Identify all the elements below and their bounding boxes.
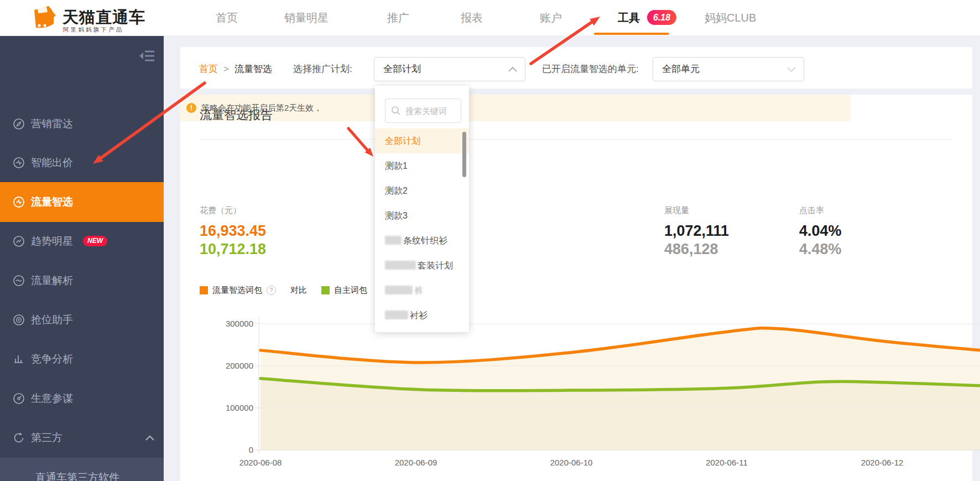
dropdown-scrollbar-thumb[interactable] bbox=[462, 132, 466, 177]
pulse-icon bbox=[12, 156, 25, 169]
breadcrumb-home-link[interactable]: 首页 bbox=[199, 63, 218, 75]
stat-value-compare: 4.48% bbox=[799, 240, 842, 258]
dropdown-option-censored[interactable]: 条纹针织衫 bbox=[375, 228, 469, 253]
unit-select[interactable]: 全部单元 bbox=[653, 57, 804, 81]
target-icon bbox=[12, 313, 25, 327]
sidebar-item-label: 竞争分析 bbox=[31, 348, 73, 370]
censored-text-block bbox=[385, 311, 408, 319]
sidebar-item-label: 营销雷达 bbox=[31, 113, 73, 135]
divider bbox=[200, 139, 953, 139]
chart-legend: 流量智选词包 ? 对比 自主词包 bbox=[200, 285, 367, 296]
censored-text-block bbox=[385, 236, 402, 245]
bar-chart-icon bbox=[12, 353, 25, 366]
nav-item-home[interactable]: 首页 bbox=[216, 0, 238, 35]
logo-subtitle: 阿里妈妈旗下产品 bbox=[63, 26, 124, 34]
search-icon bbox=[391, 106, 401, 116]
stat-label: 花费（元） bbox=[200, 205, 266, 216]
stat-label: 点击率 bbox=[799, 205, 842, 216]
compass-icon bbox=[12, 117, 25, 131]
stat-value-compare: 486,128 bbox=[664, 240, 729, 258]
stat-value-primary: 1,072,111 bbox=[664, 222, 729, 240]
plan-select[interactable]: 全部计划 bbox=[374, 57, 525, 81]
tmall-zhitongche-logo-icon bbox=[31, 4, 59, 31]
legend-swatch-green bbox=[321, 286, 330, 294]
censored-text-block bbox=[385, 286, 413, 294]
legend-series1-label: 流量智选词包 bbox=[212, 285, 262, 296]
nav-item-tools[interactable]: 工具 bbox=[618, 0, 640, 35]
trend-icon bbox=[12, 235, 25, 248]
notice-text: 策略会在功能开启后第2天生效， bbox=[201, 95, 322, 121]
report-card: 流量智选报告 ! 策略会在功能开启后第2天生效， 效果 花费（元） 16,933… bbox=[180, 95, 972, 481]
nav-item-sales-star[interactable]: 销量明星 bbox=[284, 0, 329, 35]
legend-vs-label: 对比 bbox=[290, 285, 307, 296]
nav-item-account[interactable]: 账户 bbox=[540, 0, 562, 35]
stat-ctr: 点击率 4.04% 4.48% bbox=[799, 205, 842, 258]
search-input[interactable] bbox=[404, 100, 460, 122]
sidebar-item-trend-star[interactable]: 趋势明星 NEW bbox=[0, 230, 164, 252]
legend-series2-label: 自主词包 bbox=[334, 285, 367, 296]
plan-select-value: 全部计划 bbox=[383, 58, 421, 81]
collapse-sidebar-icon[interactable] bbox=[139, 50, 155, 62]
sidebar: 营销雷达 智能出价 流量智选 趋势明星 NEW bbox=[0, 35, 164, 481]
stat-value-compare: 10,712.18 bbox=[200, 240, 266, 258]
unit-select-value: 全部单元 bbox=[662, 58, 700, 81]
chevron-up-icon bbox=[508, 67, 517, 72]
sidebar-item-smart-bidding[interactable]: 智能出价 bbox=[0, 152, 164, 174]
sidebar-subitem-third-party-software[interactable]: 直通车第三方软件 bbox=[0, 458, 164, 481]
sidebar-item-marketing-radar[interactable]: 营销雷达 bbox=[0, 113, 164, 135]
sidebar-item-third-party[interactable]: 第三方 bbox=[0, 427, 164, 449]
promo-618-badge: 6.18 bbox=[647, 10, 676, 25]
chevron-down-icon bbox=[787, 67, 796, 72]
app-window: 天猫直通车 阿里妈妈旗下产品 首页 销量明星 推广 报表 账户 工具 6.18 … bbox=[0, 0, 980, 481]
new-badge: NEW bbox=[83, 236, 107, 246]
compass-icon bbox=[12, 392, 25, 405]
dropdown-option[interactable]: 测款1 bbox=[375, 153, 469, 178]
active-tab-underline bbox=[594, 33, 669, 35]
breadcrumb-separator: > bbox=[223, 63, 229, 75]
dropdown-option-all-plans[interactable]: 全部计划 bbox=[375, 128, 469, 153]
warning-icon: ! bbox=[186, 103, 196, 113]
filter-bar-card: 首页 > 流量智选 选择推广计划: 全部计划 已开启流量智选的单元: 全部单元 bbox=[180, 47, 972, 89]
stat-label: 展现量 bbox=[664, 205, 729, 216]
wave-icon bbox=[12, 274, 25, 287]
legend-swatch-orange bbox=[200, 286, 208, 294]
sidebar-item-traffic-smart-select[interactable]: 流量智选 bbox=[0, 182, 164, 222]
pulse-icon bbox=[12, 195, 25, 209]
sidebar-item-position-assistant[interactable]: 抢位助手 bbox=[0, 309, 164, 331]
sidebar-item-label: 第三方 bbox=[31, 427, 62, 449]
sidebar-item-business-advisor[interactable]: 生意参谋 bbox=[0, 387, 164, 410]
censored-text-block bbox=[385, 261, 416, 270]
stat-value-primary: 16,933.45 bbox=[200, 222, 266, 240]
search-box[interactable] bbox=[385, 99, 461, 123]
sidebar-item-traffic-analysis[interactable]: 流量解析 bbox=[0, 270, 164, 292]
sidebar-item-label: 抢位助手 bbox=[31, 309, 73, 331]
nav-item-promotion[interactable]: 推广 bbox=[387, 0, 409, 35]
stat-impressions: 展现量 1,072,111 486,128 bbox=[664, 205, 729, 258]
dropdown-option-censored[interactable]: 衬衫 bbox=[375, 303, 469, 328]
sidebar-item-competition-analysis[interactable]: 竞争分析 bbox=[0, 348, 164, 370]
breadcrumb-current: 流量智选 bbox=[234, 63, 272, 75]
nav-item-mama-club[interactable]: 妈妈CLUB bbox=[705, 0, 756, 35]
sidebar-subitem-label: 直通车第三方软件 bbox=[35, 458, 119, 481]
notice-bar: ! 策略会在功能开启后第2天生效， 效果 bbox=[180, 95, 850, 121]
unit-select-label: 已开启流量智选的单元: bbox=[542, 63, 639, 75]
dropdown-option[interactable]: 测款2 bbox=[375, 178, 469, 203]
logo-title: 天猫直通车 bbox=[62, 7, 145, 29]
top-navbar: 天猫直通车 阿里妈妈旗下产品 首页 销量明星 推广 报表 账户 工具 6.18 … bbox=[0, 0, 980, 36]
plan-dropdown-panel: 全部计划 测款1 测款2 测款3 条纹针织衫 套装计划 裤 衬衫 bbox=[375, 86, 469, 332]
sidebar-item-label: 流量解析 bbox=[31, 270, 73, 292]
stat-value-primary: 4.04% bbox=[799, 222, 842, 240]
chevron-up-icon bbox=[145, 435, 155, 441]
dropdown-option[interactable]: 测款3 bbox=[375, 203, 469, 228]
stat-cost: 花费（元） 16,933.45 10,712.18 bbox=[200, 205, 266, 258]
sidebar-item-label: 生意参谋 bbox=[31, 387, 73, 410]
dropdown-option-censored[interactable]: 套装计划 bbox=[375, 253, 469, 278]
plan-select-label: 选择推广计划: bbox=[293, 63, 352, 75]
refresh-icon bbox=[12, 431, 25, 444]
nav-item-reports[interactable]: 报表 bbox=[461, 0, 483, 35]
question-circle-icon[interactable]: ? bbox=[267, 286, 276, 295]
sidebar-item-label: 流量智选 bbox=[31, 182, 73, 222]
dropdown-option-censored[interactable]: 裤 bbox=[375, 278, 469, 303]
sidebar-item-label: 智能出价 bbox=[31, 152, 73, 174]
sidebar-item-label: 趋势明星 bbox=[31, 230, 73, 252]
